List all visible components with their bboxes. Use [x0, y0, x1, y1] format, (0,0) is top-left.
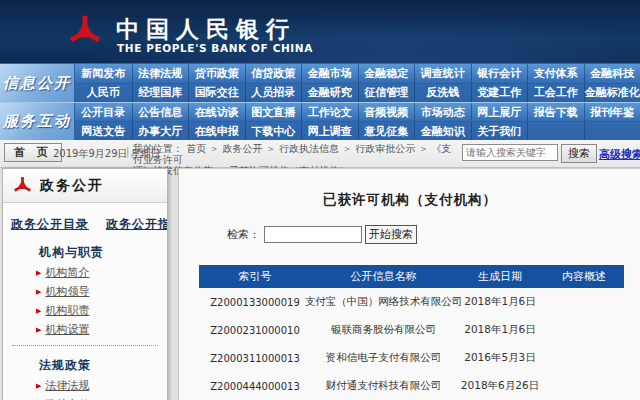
nav-item[interactable]: 关于我们 [471, 122, 528, 140]
sidebar-item-label: 机构简介 [45, 266, 89, 279]
sidebar-item[interactable]: ▶机构简介 [36, 265, 167, 280]
sidebar-section-title[interactable]: 机构与职责 [39, 244, 167, 261]
table-cell [544, 344, 624, 372]
table-header-cell[interactable]: 内容概述 [544, 265, 624, 288]
advanced-search-link[interactable]: 高级搜索 [599, 147, 640, 162]
nav-item[interactable]: 国际交往 [188, 84, 245, 103]
nav-item[interactable]: 工会工作 [527, 84, 584, 103]
nav-item-empty [527, 122, 584, 140]
table-cell: 2018年1月6日 [456, 288, 544, 316]
nav-item[interactable]: 金融标准化 [584, 84, 640, 103]
section-divider [12, 345, 158, 346]
sidebar-section-title[interactable]: 法规政策 [39, 357, 167, 374]
nav-item[interactable]: 金融研究 [301, 84, 358, 103]
site-banner: 中国人民银行 THE PEOPLE'S BANK OF CHINA [0, 0, 640, 64]
site-search-input[interactable] [462, 144, 558, 161]
nav-item[interactable]: 公告信息 [132, 103, 189, 121]
nav-section-label-service[interactable]: 服务互动 [0, 103, 75, 140]
table-cell-name[interactable]: 银联商务股份有限公司 [311, 316, 456, 344]
site-title-chinese: 中国人民银行 [116, 14, 296, 45]
nav-item[interactable]: 反洗钱 [414, 84, 471, 103]
search-button[interactable]: 搜索 [561, 144, 597, 163]
arrow-icon: ▶ [36, 382, 41, 390]
nav-item[interactable]: 调查统计 [414, 64, 471, 83]
tab-gov-disclosure-guide[interactable]: 政务公开指南 [106, 217, 168, 231]
nav-item[interactable]: 支付体系 [527, 64, 584, 83]
nav-item[interactable]: 金融科技 [584, 64, 640, 83]
table-header-row: 索引号公开信息名称生成日期内容概述 [199, 265, 624, 288]
table-cell-name[interactable]: 支付宝（中国）网络技术有限公司 [311, 288, 456, 316]
sidebar-item-label: 机构领导 [45, 285, 89, 298]
sidebar: 政务公开 政务公开目录 政务公开指南 机构与职责▶机构简介▶机构领导▶机构职责▶… [2, 168, 168, 400]
license-search-input[interactable] [264, 226, 362, 243]
nav-item[interactable]: 银行会计 [471, 64, 528, 83]
nav-item[interactable]: 报刊年鉴 [584, 103, 640, 121]
sidebar-header: 政务公开 [3, 169, 167, 203]
tab-gov-disclosure-catalog[interactable]: 政务公开目录 [11, 217, 89, 231]
nav-item[interactable]: 在线访谈 [188, 103, 245, 121]
nav-item[interactable]: 信贷政策 [245, 64, 302, 83]
nav-item[interactable]: 金融知识 [414, 122, 471, 140]
table-cell: 2018年6月26日 [456, 372, 544, 400]
sidebar-item[interactable]: ▶法律法规 [36, 378, 167, 393]
table-row[interactable]: Z2000133000019支付宝（中国）网络技术有限公司2018年1月6日 [199, 288, 624, 316]
table-cell: Z2000444000013 [199, 372, 311, 400]
start-search-button[interactable]: 开始搜索 [365, 225, 417, 244]
table-row[interactable]: Z2000311000013资和信电子支付有限公司2016年5月3日 [199, 344, 624, 372]
table-header-cell[interactable]: 公开信息名称 [311, 265, 456, 288]
table-cell-name[interactable]: 资和信电子支付有限公司 [311, 344, 456, 372]
nav-item[interactable]: 市场动态 [414, 103, 471, 121]
nav-item[interactable]: 网上调查 [301, 122, 358, 140]
table-cell: 2016年5月3日 [456, 344, 544, 372]
pboc-webpage: 中国人民银行 THE PEOPLE'S BANK OF CHINA 信息公开新闻… [0, 0, 640, 400]
arrow-icon: ▶ [36, 326, 41, 334]
table-row[interactable]: Z2000444000013财付通支付科技有限公司2018年6月26日 [199, 372, 624, 400]
table-cell [544, 288, 624, 316]
table-cell: Z2000133000019 [199, 288, 311, 316]
nav-item[interactable]: 经理国库 [132, 84, 189, 103]
arrow-icon: ▶ [36, 307, 41, 315]
sidebar-item-label: 法律法规 [45, 379, 89, 392]
sidebar-item[interactable]: ▶机构领导 [36, 284, 167, 299]
date-separator: | [126, 146, 129, 157]
table-cell: 2018年1月6日 [456, 316, 544, 344]
nav-item[interactable]: 党建工作 [471, 84, 528, 103]
nav-item[interactable]: 办事大厅 [132, 122, 189, 140]
nav-item[interactable]: 图文直播 [245, 103, 302, 121]
nav-item[interactable]: 人民币 [75, 84, 132, 103]
nav-item[interactable]: 法律法规 [132, 64, 189, 83]
sidebar-tabs: 政务公开目录 政务公开指南 [3, 203, 167, 233]
search-label: 检索： [227, 227, 260, 242]
table-search-row: 检索： 开始搜索 [227, 225, 640, 244]
nav-item[interactable]: 人员招录 [245, 84, 302, 103]
nav-item[interactable]: 下载中心 [245, 122, 302, 140]
license-table: 索引号公开信息名称生成日期内容概述 Z2000133000019支付宝（中国）网… [199, 265, 624, 400]
nav-item[interactable]: 在线申报 [188, 122, 245, 140]
pboc-emblem-small-icon [12, 175, 33, 197]
nav-item[interactable]: 网送文告 [75, 122, 132, 140]
nav-item[interactable]: 报告下载 [527, 103, 584, 121]
nav-item[interactable]: 征信管理 [358, 84, 415, 103]
nav-item[interactable]: 网上展厅 [471, 103, 528, 121]
nav-item[interactable]: 新闻发布 [75, 64, 132, 83]
table-cell [544, 372, 624, 400]
nav-section-label-info[interactable]: 信息公开 [0, 64, 75, 102]
nav-item[interactable]: 公开目录 [75, 103, 132, 121]
table-row[interactable]: Z2000231000010银联商务股份有限公司2018年1月6日 [199, 316, 624, 344]
sidebar-item[interactable]: ▶机构设置 [36, 322, 167, 337]
table-header-cell[interactable]: 索引号 [199, 265, 311, 288]
nav-item[interactable]: 音频视频 [358, 103, 415, 121]
nav-item[interactable]: 金融市场 [301, 64, 358, 83]
table-cell-name[interactable]: 财付通支付科技有限公司 [311, 372, 456, 400]
nav-item[interactable]: 工作论文 [301, 103, 358, 121]
nav-item[interactable]: 金融稳定 [358, 64, 415, 83]
sidebar-item[interactable]: ▶机构职责 [36, 303, 167, 318]
nav-group: 服务互动公开目录公告信息在线访谈图文直播工作论文音频视频市场动态网上展厅报告下载… [0, 102, 640, 140]
breadcrumb-bar: 首 页 2019年9月29日 星期日 | 我的位置： 首页 ＞ 政务公开 ＞ 行… [0, 140, 640, 168]
page-title: 已获许可机构（支付机构） [179, 191, 640, 209]
table-header-cell[interactable]: 生成日期 [456, 265, 544, 288]
nav-item-empty [584, 122, 640, 140]
nav-item[interactable]: 意见征集 [358, 122, 415, 140]
arrow-icon: ▶ [36, 269, 41, 277]
nav-item[interactable]: 货币政策 [188, 64, 245, 83]
